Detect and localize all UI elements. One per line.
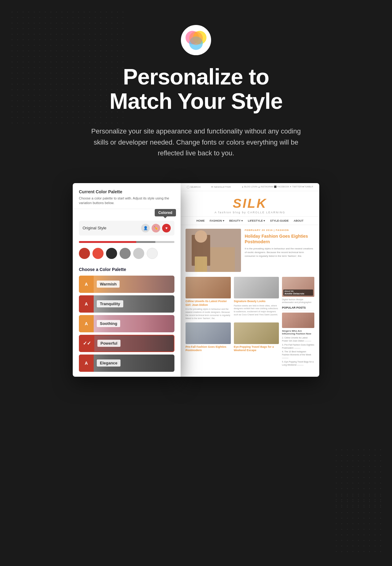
blog-hero: FEBRUARY 20 2016 | FASHION Holiday Fashi…: [181, 225, 319, 276]
popular-item-2: 3. Pre-Fall Fashion Goes Eighties Postmo…: [282, 343, 314, 350]
style-icon-people[interactable]: 👤: [141, 224, 150, 232]
nav-home[interactable]: HOME: [196, 219, 205, 222]
blog-main-nav: HOME FASHION ▾ BEAUTY ▾ LIFESTYLE ▾ STYL…: [181, 217, 319, 225]
style-icons: 👤 ✏️ ♥: [141, 224, 171, 232]
about-text: Digital fashion lifestyle ambassador and…: [282, 298, 314, 304]
panel-title: Current Color Palette: [79, 189, 174, 194]
nav-fashion[interactable]: FASHION ▾: [210, 219, 224, 222]
blog-featured-text: It is the prevailing styles in behaviour…: [245, 247, 314, 258]
main-title: Personalize to Match Your Style: [109, 65, 282, 113]
swatch-2[interactable]: [92, 248, 104, 259]
palette-name-elegance: Elegance: [97, 359, 120, 367]
panel-header: Current Color Palette Choose a color pal…: [73, 183, 181, 209]
choose-section: Choose a Color Palette A Warmish A Tranq…: [73, 264, 181, 377]
blog-hero-content: FEBRUARY 20 2016 | FASHION Holiday Fashi…: [245, 229, 314, 272]
palette-badge-powerful: ✓: [80, 335, 94, 351]
blog-post-1: Céline Unveils Its Latest Poster Girl: J…: [186, 277, 231, 320]
svg-rect-9: [210, 247, 235, 272]
nav-lifestyle[interactable]: LIFESTYLE ▾: [248, 219, 265, 222]
palette-item-powerful[interactable]: ✓ Powerful: [79, 335, 174, 352]
swatch-6[interactable]: [147, 248, 158, 259]
style-icon-heart[interactable]: ♥: [162, 224, 171, 232]
color-palette-panel: Current Color Palette Choose a color pal…: [73, 183, 181, 377]
style-label: Original Style: [83, 226, 138, 230]
choose-title: Choose a Color Palette: [79, 267, 174, 272]
palette-name-tranquility: Tranquility: [97, 300, 123, 307]
nav-about[interactable]: ABOUT: [294, 219, 304, 222]
dot-pattern-right: [333, 447, 383, 509]
svg-point-4: [189, 31, 203, 45]
tooltip-wrapper: Colored: [73, 209, 181, 211]
about-widget: About MeAmélie Delacroix Digital fashion…: [282, 277, 314, 304]
blog-post-2: Signature Beauty Looks Fashion weeks are…: [234, 277, 279, 320]
blog-content-area: Céline Unveils Its Latest Poster Girl: J…: [181, 276, 319, 369]
blog-main-col: Céline Unveils Its Latest Poster Girl: J…: [186, 277, 279, 366]
palette-item-tranquility[interactable]: A Tranquility: [79, 295, 174, 313]
tooltip-bubble: Colored: [155, 209, 176, 216]
palette-badge-warmish: A: [79, 276, 94, 293]
swatch-5[interactable]: [133, 248, 144, 259]
blog-top-bar: ◯ SEARCH ✉ NEWSLETTER ▲ BLOG LOVIN ☁ INS…: [181, 183, 319, 191]
blog-post-4: Eye-Popping Travel Bags for a Weekend Es…: [234, 322, 279, 353]
palette-name-soothing: Soothing: [97, 320, 120, 327]
blog-newsletter: ✉ NEWSLETTER: [211, 186, 231, 188]
blog-post-3: Pre-Fall Fashion Goes Eighties Postmoder…: [186, 322, 231, 353]
style-row: Original Style 👤 ✏️ ♥: [79, 221, 174, 236]
blog-post-3-title[interactable]: Pre-Fall Fashion Goes Eighties Postmoder…: [186, 345, 231, 352]
popular-item-4: 5. Eye-Popping Travel Bags for a Long We…: [282, 360, 314, 367]
blog-post-1-title[interactable]: Céline Unveils Its Latest Poster Girl: J…: [186, 300, 231, 307]
blog-post-2-title[interactable]: Signature Beauty Looks: [234, 300, 279, 303]
dot-pattern-right2: [333, 493, 383, 555]
palette-badge-elegance: A: [79, 355, 94, 372]
about-overlay: About MeAmélie Delacroix: [283, 289, 313, 296]
swatch-3[interactable]: [106, 248, 117, 259]
blog-row-2: Pre-Fall Fashion Goes Eighties Postmoder…: [186, 322, 279, 353]
logo-icon: [181, 25, 211, 55]
ui-container: Current Color Palette Choose a color pal…: [0, 183, 392, 377]
svg-point-8: [195, 230, 207, 243]
blog-post-1-img: [186, 277, 231, 298]
blog-side-col: About MeAmélie Delacroix Digital fashion…: [282, 277, 314, 366]
blog-preview-panel: ◯ SEARCH ✉ NEWSLETTER ▲ BLOG LOVIN ☁ INS…: [181, 183, 319, 377]
blog-post-3-img: [186, 322, 231, 344]
palette-item-elegance[interactable]: A Elegance: [79, 355, 174, 372]
nav-style-guide[interactable]: STYLE-GUIDE: [270, 219, 289, 222]
blog-post-1-text: It is the prevailing styles in behaviour…: [186, 308, 231, 320]
color-swatches: [73, 245, 181, 264]
palette-item-soothing[interactable]: A Soothing: [79, 315, 174, 332]
nav-beauty[interactable]: BEAUTY ▾: [229, 219, 243, 222]
color-bar: [79, 241, 174, 243]
svg-rect-10: [195, 256, 207, 272]
panel-subtitle: Choose a color palette to start with. Ad…: [79, 196, 174, 206]
palette-badge-soothing: A: [79, 315, 94, 332]
popular-post-img: [282, 313, 314, 328]
popular-item-3: 4. The 10 Best Instagram Fashion Moments…: [282, 350, 314, 359]
blog-post-4-title[interactable]: Eye-Popping Travel Bags for a Weekend Es…: [234, 345, 279, 352]
hero-image-svg: [186, 229, 241, 272]
palette-item-warmish[interactable]: A Warmish: [79, 276, 174, 293]
blog-logo-sub: A fashion blog by CAROLLE LEARNING: [181, 211, 319, 214]
blog-post-2-img: [234, 277, 279, 298]
blog-featured-title[interactable]: Holiday Fashion Goes Eighties Postmodern: [245, 233, 314, 244]
palette-name-warmish: Warmish: [97, 281, 120, 288]
swatch-4[interactable]: [120, 248, 131, 259]
style-icon-brush[interactable]: ✏️: [152, 224, 160, 232]
popular-post-list: 2. Céline Unveils Its Latest Poster Girl…: [282, 336, 314, 366]
blog-logo-text: SILK: [181, 196, 319, 211]
blog-search: ◯ SEARCH: [187, 186, 201, 188]
subtitle: Personalize your site appearance and fun…: [91, 126, 301, 158]
blog-logo: SILK A fashion blog by CAROLLE LEARNING: [181, 191, 319, 217]
popular-posts-title: POPULAR POSTS: [282, 306, 314, 311]
about-img: About MeAmélie Delacroix: [282, 277, 314, 297]
blog-row-1: Céline Unveils Its Latest Poster Girl: J…: [186, 277, 279, 320]
header-section: Personalize to Match Your Style Personal…: [0, 0, 392, 183]
blog-social: ▲ BLOG LOVIN ☁ INSTAGRAM ⬛ FACEBOOK ✦ TW…: [242, 186, 313, 188]
blog-featured-category: FEBRUARY 20 2016 | FASHION: [245, 229, 314, 232]
blog-post-2-text: Fashion weeks are held in three cities, …: [234, 304, 279, 316]
palette-name-powerful: Powerful: [97, 340, 120, 347]
blog-post-4-img: [234, 322, 279, 344]
popular-item-1: 2. Céline Unveils Its Latest Poster Girl…: [282, 336, 314, 342]
blog-hero-image: [186, 229, 241, 272]
swatch-1[interactable]: [79, 248, 90, 259]
popular-posts-widget: POPULAR POSTS Singers Who Are Influencin…: [282, 306, 314, 366]
